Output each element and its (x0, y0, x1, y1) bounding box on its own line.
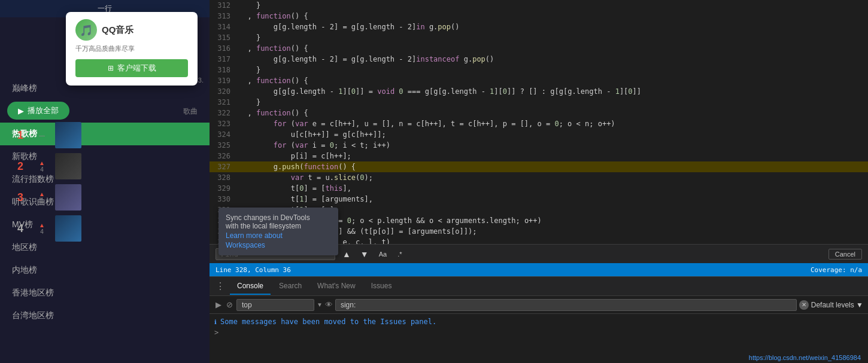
rank-number-2: 2 (12, 160, 29, 173)
line-content-320: g[g[g.length - 1][0]] = void 0 === g[g[g… (236, 86, 868, 97)
nav-label: 内地榜 (12, 265, 37, 276)
line-num-319: 319 (210, 75, 236, 86)
find-prev-button[interactable]: ▲ (340, 248, 353, 260)
console-filter-input[interactable] (236, 299, 314, 311)
line-content-319: , function() { (236, 75, 868, 86)
rank-change-val-2: 4 (40, 166, 44, 173)
console-toolbar: ▶ ⊘ ▼ 👁 ✕ Default levels ▼ (210, 296, 868, 314)
line-num-325: 325 (210, 140, 236, 151)
rank-row-1: 1 — (0, 120, 210, 151)
match-case-button[interactable]: Aa (376, 249, 390, 259)
status-bar: Line 328, Column 36 Coverage: n/a (210, 263, 868, 276)
line-num-314: 314 (210, 22, 236, 32)
sidebar-item-neidibang[interactable]: 内地榜 (0, 259, 210, 282)
line-num-313: 313 (210, 11, 236, 22)
code-line-318: 318 } (210, 65, 868, 75)
rank-up-arrow-4: ▲ (39, 222, 45, 228)
console-clear-button[interactable]: ⊘ (225, 299, 234, 310)
play-all-button[interactable]: ▶ 播放全部 (7, 102, 69, 120)
console-url-clear-button[interactable]: ✕ (799, 300, 809, 310)
sidebar-item-xianggang[interactable]: 香港地区榜 (0, 282, 210, 304)
learn-more-text: Learn more about (226, 231, 283, 240)
rank-thumb-3 (55, 184, 81, 211)
footer-url: https://blog.csdn.net/weixin_41586984 (746, 353, 863, 362)
play-all-section: ▶ 播放全部 (7, 102, 69, 120)
devtools-sync-line2: with the local filesystem (226, 222, 331, 230)
code-line-315: 315 } (210, 32, 868, 43)
sidebar: 一行 🎵 QQ音乐 千万高品质曲库尽享 ⊞ 客户端下载 12 - 3. 巅峰榜 … (0, 0, 210, 363)
rank-thumb-4 (55, 215, 81, 242)
line-content-315: } (236, 32, 868, 43)
line-num-312: 312 (210, 0, 236, 11)
line-content-330: t[1] = [arguments], (236, 194, 868, 205)
code-line-327: 327 g.push(function() { (210, 161, 868, 172)
learn-more-link[interactable]: Learn more about (226, 231, 331, 240)
line-num-323: 323 (210, 118, 236, 129)
cursor-position: Line 328, Column 36 (216, 266, 291, 274)
tab-search[interactable]: Search (272, 278, 309, 295)
tab-issues[interactable]: Issues (364, 278, 399, 295)
console-panel: ⋮ Console Search What's New Issues ▶ ⊘ ▼… (210, 276, 868, 363)
console-eye-button[interactable]: 👁 (325, 300, 333, 309)
line-content-322: , function() { (236, 108, 868, 118)
console-menu-button[interactable]: ⋮ (212, 280, 229, 292)
tab-whatsnew[interactable]: What's New (310, 278, 363, 295)
code-line-319: 319 , function() { (210, 75, 868, 86)
code-line-323: 323 for (var e = c[h++], u = [], n = c[h… (210, 118, 868, 129)
line-num-320: 320 (210, 86, 236, 97)
line-num-322: 322 (210, 108, 236, 118)
line-content-324: u[c[h++]] = g[c[h++]]; (236, 129, 868, 140)
nav-label: 香港地区榜 (12, 288, 54, 298)
code-line-313: 313 , function() { (210, 11, 868, 22)
ranking-rows: 1 — 2 ▲ 4 3 ▲ 1 4 ▲ 4 (0, 120, 210, 244)
qq-download-button[interactable]: ⊞ 客户端下载 (75, 59, 188, 77)
line-content-312: } (236, 0, 868, 11)
find-next-button[interactable]: ▼ (358, 248, 371, 260)
play-icon: ▶ (18, 106, 24, 115)
download-btn-label: 客户端下载 (117, 63, 156, 74)
console-prompt[interactable]: > (214, 327, 863, 338)
default-levels-button[interactable]: Default levels ▼ (811, 301, 863, 309)
regex-button[interactable]: .* (394, 249, 405, 259)
line-num-330: 330 (210, 194, 236, 205)
rank-number-3: 3 (12, 191, 29, 204)
qq-title: QQ音乐 (102, 25, 133, 36)
sidebar-item-taiwan[interactable]: 台湾地区榜 (0, 304, 210, 327)
line-content-321: } (236, 97, 868, 108)
rank-up-arrow: ▲ (39, 160, 45, 166)
rank-thumb-1 (55, 122, 81, 148)
filter-dropdown-button[interactable]: ▼ (317, 301, 323, 308)
coverage-info: Coverage: n/a (811, 266, 862, 274)
code-line-330: 330 t[1] = [arguments], (210, 194, 868, 205)
rank-change-val-4: 4 (40, 228, 44, 235)
console-url-input[interactable] (335, 299, 797, 311)
rank-number-4: 4 (12, 222, 29, 235)
line-content-325: for (var i = 0; i < t; i++) (236, 140, 868, 151)
line-content-318: } (236, 65, 868, 75)
rank-change-val-3: 1 (40, 197, 44, 204)
devtools-popup: Sync changes in DevTools with the local … (218, 208, 338, 255)
line-num-328: 328 (210, 172, 236, 183)
tab-search-label: Search (279, 282, 302, 290)
devtools-sync-line1: Sync changes in DevTools (226, 213, 331, 222)
find-cancel-button[interactable]: Cancel (828, 249, 862, 260)
tab-issues-label: Issues (371, 282, 392, 290)
workspaces-link[interactable]: Workspaces (226, 241, 331, 249)
code-line-322: 322 , function() { (210, 108, 868, 118)
line-content-327: g.push(function() { (236, 161, 868, 172)
tab-console[interactable]: Console (230, 278, 271, 295)
line-num-327: 327 (210, 161, 236, 172)
qq-music-card: 🎵 QQ音乐 千万高品质曲库尽享 ⊞ 客户端下载 (66, 12, 198, 86)
code-line-321: 321 } (210, 97, 868, 108)
console-tabs-bar: ⋮ Console Search What's New Issues (210, 277, 868, 296)
line-num-324: 324 (210, 129, 236, 140)
line-content-329: t[0] = [this], (236, 183, 868, 194)
code-line-329: 329 t[0] = [this], (210, 183, 868, 194)
code-panel: 312 } 313 , function() { 314 g[g.length … (210, 0, 868, 363)
console-execute-button[interactable]: ▶ (214, 299, 223, 310)
qq-card-header: 🎵 QQ音乐 (75, 19, 188, 41)
rank-change-dash: — (39, 132, 45, 139)
line-num-329: 329 (210, 183, 236, 194)
nav-label: 台湾地区榜 (12, 310, 54, 321)
qq-subtitle: 千万高品质曲库尽享 (75, 44, 188, 53)
